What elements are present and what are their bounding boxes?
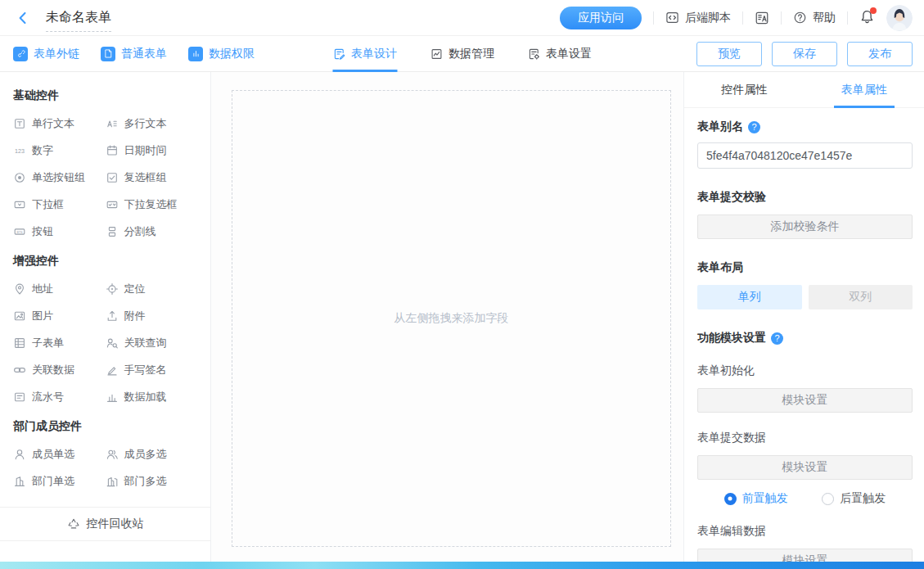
control-label: 成员单选 [32,447,74,462]
image-icon [13,309,26,323]
control-item-multi-select[interactable]: 下拉复选框 [106,197,198,212]
nav-data-permission[interactable]: 数据权限 [188,47,255,61]
control-item-relation-data[interactable]: 关联数据 [13,363,106,377]
address-icon [13,282,26,296]
module-group-form-edit-data: 表单编辑数据 模块设置前置触发后置触发 [697,524,913,562]
language-icon [755,11,769,25]
layout-option-double-column[interactable]: 双列 [809,285,913,309]
form-canvas-dropzone[interactable]: 从左侧拖拽来添加字段 [232,90,671,547]
data-icon [430,47,443,61]
dept-multi-icon [106,475,119,488]
divider-icon [106,225,119,238]
link-icon [13,47,28,61]
form-title[interactable]: 未命名表单 [46,10,111,24]
help-badge-icon[interactable] [748,121,760,133]
control-item-attachment[interactable]: 附件 [106,309,198,323]
language-button[interactable] [755,11,769,25]
submit-validation-label: 表单提交校验 [697,190,913,205]
radio-post-trigger[interactable]: 后置触发 [822,491,886,506]
app-access-button[interactable]: 应用访问 [560,7,642,29]
sidebar-section-title: 基础控件 [13,88,197,103]
radio-pre-trigger[interactable]: 前置触发 [724,491,788,506]
control-item-member-multi[interactable]: 成员多选 [106,447,198,462]
form-canvas: 从左侧拖拽来添加字段 [211,72,683,562]
design-icon [332,47,345,61]
recycle-bin-button[interactable]: 控件回收站 [0,507,210,541]
tab-form-properties[interactable]: 表单属性 [805,72,924,107]
control-item-radio-group[interactable]: 单选按钮组 [13,170,106,185]
control-item-select[interactable]: 下拉框 [13,197,106,212]
save-button[interactable]: 保存 [772,42,837,66]
notification-bell-button[interactable] [859,9,875,27]
divider [742,11,743,25]
layout-option-single-column[interactable]: 单列 [697,285,802,309]
help-button[interactable]: 帮助 [793,11,836,25]
control-label: 关联数据 [32,363,74,377]
tab-data-management[interactable]: 数据管理 [430,36,494,72]
preview-button[interactable]: 预览 [696,42,762,66]
nav-form-external-link[interactable]: 表单外链 [13,47,79,61]
bottom-strip [0,562,924,569]
module-settings-label: 功能模块设置 [697,331,913,345]
control-item-number[interactable]: 123数字 [13,143,106,158]
back-button[interactable] [13,8,33,28]
canvas-placeholder: 从左侧拖拽来添加字段 [394,311,509,326]
control-item-member-single[interactable]: 成员单选 [13,447,106,462]
control-item-signature[interactable]: 手写签名 [106,363,198,377]
control-label: 附件 [124,309,146,323]
serial-icon [13,391,26,404]
control-label: 手写签名 [124,363,167,377]
radio-icon [724,493,737,505]
control-label: 下拉复选框 [124,197,178,212]
signature-icon [106,364,119,377]
avatar[interactable] [886,5,913,31]
tab-label: 数据管理 [448,47,494,61]
module-settings-button[interactable]: 模块设置 [697,549,913,562]
nav-label: 数据权限 [209,47,255,61]
divider [653,11,654,25]
control-sidebar: 基础控件单行文本多行文本123数字日期时间单选按钮组复选框组下拉框下拉复选框BT… [0,72,211,562]
control-item-dept-multi[interactable]: 部门多选 [106,474,198,489]
module-settings-button[interactable]: 模块设置 [697,455,913,480]
relation-query-icon [106,336,119,350]
control-label: 多行文本 [124,116,167,131]
control-item-data-load[interactable]: 数据加载 [106,390,198,404]
help-label: 帮助 [813,11,836,25]
control-item-subform[interactable]: 子表单 [13,336,106,350]
button-icon: BTN [13,225,26,238]
single-text-icon [13,117,26,130]
tab-control-properties[interactable]: 控件属性 [684,72,805,107]
control-item-button[interactable]: BTN按钮 [13,224,106,239]
control-label: 单行文本 [32,116,74,131]
nav-normal-form[interactable]: 普通表单 [101,47,167,61]
publish-button[interactable]: 发布 [847,42,913,66]
backend-script-button[interactable]: 后端脚本 [665,11,731,25]
data-load-icon [106,391,119,404]
control-item-single-line-text[interactable]: 单行文本 [13,116,106,131]
tab-form-design[interactable]: 表单设计 [332,36,397,72]
module-group-form-submit-data: 表单提交数据 模块设置前置触发后置触发 [697,431,913,506]
control-label: 单选按钮组 [32,170,85,185]
control-item-locate[interactable]: 定位 [106,282,198,296]
recycle-bin-label: 控件回收站 [87,517,144,531]
relation-data-icon [13,364,26,377]
formset-icon [527,47,540,61]
control-item-image[interactable]: 图片 [13,309,106,323]
radio-label: 前置触发 [742,491,788,506]
select-icon [13,198,26,211]
control-item-address[interactable]: 地址 [13,282,106,296]
control-label: 关联查询 [124,336,167,350]
control-item-datetime[interactable]: 日期时间 [106,143,198,158]
add-validation-button[interactable]: 添加校验条件 [697,215,913,239]
control-item-multi-line-text[interactable]: 多行文本 [106,116,198,131]
form-alias-input[interactable] [697,142,913,169]
radio-icon [822,493,834,505]
control-item-relation-query[interactable]: 关联查询 [106,336,198,350]
control-item-dept-single[interactable]: 部门单选 [13,474,106,489]
control-item-divider[interactable]: 分割线 [106,224,198,239]
help-badge-icon[interactable] [771,332,783,345]
control-item-checkbox-group[interactable]: 复选框组 [106,170,198,185]
tab-form-settings[interactable]: 表单设置 [527,36,592,72]
module-settings-button[interactable]: 模块设置 [697,388,913,413]
control-item-serial-number[interactable]: 流水号 [13,390,106,404]
